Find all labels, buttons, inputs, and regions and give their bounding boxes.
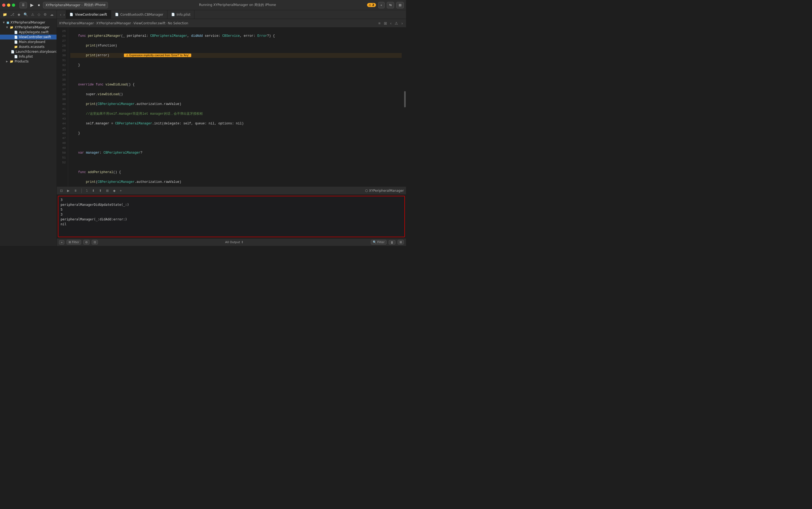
breadcrumb: XYPeripheralManager › XYPeripheralManage… bbox=[59, 21, 188, 25]
clear-console-button[interactable]: ⊖ bbox=[83, 240, 90, 244]
code-line-26: print(#function) bbox=[70, 43, 402, 48]
nav-next-warning[interactable]: › bbox=[400, 21, 404, 26]
breakpoint-btn[interactable]: ◆ bbox=[16, 12, 21, 17]
code-line-36 bbox=[70, 141, 402, 145]
tree-item-viewcontroller[interactable]: 📄 ViewController.swift bbox=[0, 35, 57, 39]
close-button[interactable] bbox=[2, 3, 5, 7]
tab-infoplist[interactable]: 📄 Info.plist bbox=[167, 10, 195, 19]
folder-icon: 📁 bbox=[10, 26, 13, 29]
sidebar-icon: ☰ bbox=[22, 3, 25, 7]
search-btn[interactable]: 🔍 bbox=[23, 12, 29, 17]
code-content[interactable]: func peripheralManager(_ peripheral: CBP… bbox=[68, 28, 404, 186]
debug-toolbar: ⊡ ▶ ⏸ ⤵ ⬇ ⬆ ⊞ ◆ ⌖ ⬡ XYPeripheralManager bbox=[57, 186, 406, 195]
stop-button[interactable]: ■ bbox=[37, 3, 41, 7]
test-btn[interactable]: ◇ bbox=[36, 12, 41, 17]
editor-scrollbar-thumb[interactable] bbox=[404, 91, 406, 107]
tree-item-group[interactable]: ▼ 📁 XYPeripheralManager bbox=[0, 25, 57, 30]
run-button[interactable]: ▶ bbox=[29, 2, 35, 7]
project-name: XYPeripheralManager bbox=[10, 21, 45, 24]
swift-tab-icon: 📄 bbox=[69, 13, 73, 16]
editor-nav-right: ≡ ⊞ ‹ ⚠ › bbox=[377, 21, 404, 26]
code-line-34: self.manager = CBPeripheralManager.init(… bbox=[70, 121, 402, 126]
plist-icon: 📄 bbox=[14, 55, 18, 59]
maximize-button[interactable] bbox=[12, 3, 15, 7]
split-view-button[interactable]: ⇆ bbox=[387, 2, 394, 8]
tree-item-appdelegate[interactable]: 📄 AppDelegate.swift bbox=[0, 30, 57, 35]
console-line-4: 3 bbox=[61, 212, 402, 217]
add-filter-button[interactable]: + bbox=[59, 240, 64, 244]
scheme-name: XYPeripheralManager bbox=[45, 3, 80, 7]
debug-step-over[interactable]: ⤵ bbox=[85, 188, 89, 193]
code-line-31: super.viewDidLoad() bbox=[70, 92, 402, 97]
tree-item-launchscreen[interactable]: 📄 LaunchScreen.storyboard bbox=[0, 49, 57, 54]
tree-item-mainstoryboard[interactable]: 📄 Main.storyboard bbox=[0, 39, 57, 44]
tab-corebluetooth[interactable]: 📄 CoreBluetooth.CBManager bbox=[111, 10, 167, 19]
console-split-button[interactable]: ⊟ bbox=[92, 240, 98, 244]
bottom-panel: ⊡ ▶ ⏸ ⤵ ⬇ ⬆ ⊞ ◆ ⌖ ⬡ XYPeripheralManager bbox=[57, 186, 406, 246]
nav-forward-button[interactable]: › bbox=[63, 12, 66, 17]
env-btn[interactable]: ☁ bbox=[49, 12, 55, 17]
editor-scrollbar[interactable] bbox=[404, 28, 406, 186]
warning-nav-btn[interactable]: ⚠ bbox=[30, 12, 35, 17]
code-line-35: } bbox=[70, 131, 402, 136]
debug-run-btn[interactable]: ▶ bbox=[66, 188, 71, 193]
all-output-label: All Output ↕ bbox=[225, 240, 243, 244]
filter-right[interactable]: 🔍 Filter bbox=[371, 240, 386, 244]
chevron-right-icon: › bbox=[81, 3, 83, 7]
tree-item-infoplist[interactable]: 📄 Info.plist bbox=[0, 54, 57, 59]
debug-view-memory[interactable]: ⊞ bbox=[105, 188, 110, 193]
source-control-btn[interactable]: ⎇ bbox=[9, 12, 15, 17]
warning-badge[interactable]: ⚠ 2 bbox=[367, 3, 376, 7]
split-console-button[interactable]: ⊞ bbox=[398, 240, 404, 244]
breadcrumb-file[interactable]: ViewController.swift bbox=[133, 21, 165, 25]
add-tab-button[interactable]: + bbox=[378, 2, 385, 8]
editor-left-panel-btn[interactable]: ≡ bbox=[377, 21, 381, 26]
scheme-selector[interactable]: XYPeripheralManager › 周佳的 iPhone bbox=[43, 2, 108, 8]
file-name-assets: Assets.xcassets bbox=[19, 45, 45, 49]
console-line-1: 3 bbox=[61, 197, 402, 202]
breadcrumb-symbol[interactable]: No Selection bbox=[168, 21, 188, 25]
console-line-5: peripheralManager(_:didAdd:error:) bbox=[61, 217, 402, 222]
debug-step-out[interactable]: ⬆ bbox=[98, 188, 103, 193]
debug-simulate-location[interactable]: ⌖ bbox=[119, 188, 123, 193]
layout-toggle[interactable]: ▤ bbox=[396, 2, 404, 8]
debug-panel-toggle[interactable]: ⊡ bbox=[59, 188, 64, 193]
bottom-bar: + ⊞ Filter ⊖ ⊟ All Output ↕ 🔍 Filter 🗑 bbox=[57, 238, 406, 246]
tree-item-products[interactable]: ▶ 📁 Products bbox=[0, 59, 57, 64]
code-line-37: var manager: CBPeripheralManager? bbox=[70, 150, 402, 155]
code-editor[interactable]: 25 26 27 28 29 30 31 32 33 34 35 36 37 3… bbox=[57, 28, 406, 186]
file-name-launchscreen: LaunchScreen.storyboard bbox=[16, 50, 57, 54]
console-left[interactable]: 3 peripheralManagerDidUpdateState(_:) 5 … bbox=[58, 196, 405, 237]
plist-tab-icon: 📄 bbox=[171, 13, 175, 16]
code-line-29 bbox=[70, 72, 402, 77]
nav-prev-warning[interactable]: ‹ bbox=[389, 21, 393, 26]
filter-right-label: Filter bbox=[377, 240, 385, 244]
code-line-25: func peripheralManager(_ peripheral: CBP… bbox=[70, 34, 402, 38]
debug-step-into[interactable]: ⬇ bbox=[91, 188, 96, 193]
editor-right-panel-btn[interactable]: ⊞ bbox=[383, 21, 388, 26]
warning-icon-nav[interactable]: ⚠ bbox=[394, 21, 399, 26]
storyboard-icon: 📄 bbox=[11, 50, 14, 54]
code-line-40: print(CBPeripheralManager.authorization.… bbox=[70, 179, 402, 184]
debug-pause-btn[interactable]: ⏸ bbox=[73, 188, 78, 193]
line-numbers: 25 26 27 28 29 30 31 32 33 34 35 36 37 3… bbox=[57, 28, 68, 186]
tree-item-assets[interactable]: 📁 Assets.xcassets bbox=[0, 44, 57, 49]
folder-icon: 📁 bbox=[10, 60, 13, 63]
tab-viewcontroller[interactable]: 📄 ViewController.swift bbox=[66, 10, 111, 19]
minimize-button[interactable] bbox=[7, 3, 10, 7]
folder-name-products: Products bbox=[14, 60, 29, 63]
console-line-2: peripheralManagerDidUpdateState(_:) bbox=[61, 202, 402, 207]
debug-nav-btn[interactable]: ⚙ bbox=[42, 12, 48, 17]
filter-toggle[interactable]: ⊞ Filter bbox=[67, 240, 81, 244]
tree-item-project[interactable]: ▼ ■ XYPeripheralManager bbox=[0, 20, 57, 25]
debug-breakpoints[interactable]: ◆ bbox=[112, 188, 116, 193]
folder-icon-btn[interactable]: 📁 bbox=[2, 12, 8, 17]
titlebar-right: ⚠ 2 + ⇆ ▤ bbox=[367, 2, 404, 8]
breadcrumb-group[interactable]: XYPeripheralManager bbox=[96, 21, 131, 25]
breadcrumb-project[interactable]: XYPeripheralManager bbox=[59, 21, 94, 25]
storyboard-icon: 📄 bbox=[14, 40, 18, 44]
nav-back-button[interactable]: ‹ bbox=[59, 12, 63, 17]
navigator-toggle[interactable]: ☰ bbox=[20, 2, 27, 8]
clear-right-button[interactable]: 🗑 bbox=[389, 240, 396, 244]
file-name-main: Main.storyboard bbox=[19, 40, 45, 44]
